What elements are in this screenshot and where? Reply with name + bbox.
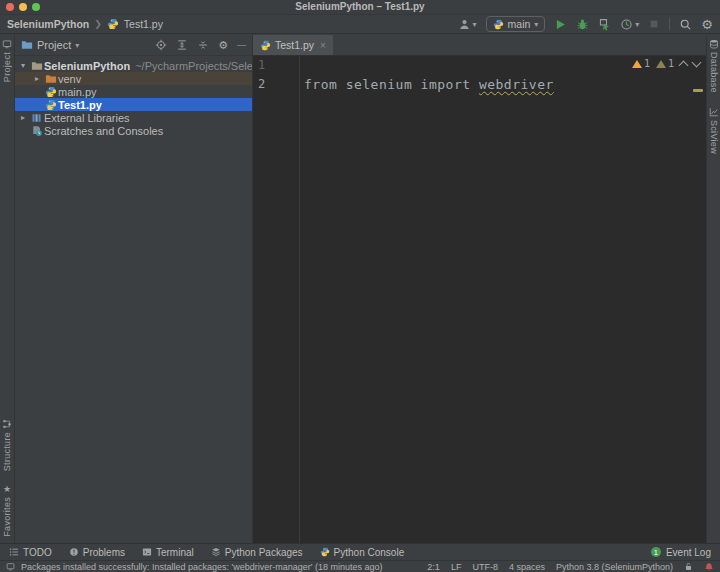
project-view-icon bbox=[21, 39, 33, 51]
editor-tab-bar: Test1.py × bbox=[253, 35, 706, 56]
hide-panel-button[interactable]: — bbox=[237, 40, 246, 50]
project-panel-title-button[interactable]: Project ▾ bbox=[21, 39, 79, 51]
tree-row-scratches[interactable]: Scratches and Consoles bbox=[15, 124, 252, 137]
close-tab-icon[interactable]: × bbox=[320, 40, 326, 51]
breadcrumb: SeleniumPython ❯ Test1.py bbox=[7, 18, 163, 30]
line-ending[interactable]: LF bbox=[451, 562, 462, 572]
settings-gear-button[interactable]: ⚙ bbox=[701, 18, 713, 31]
previous-problem-button[interactable] bbox=[679, 60, 689, 70]
inspections-widget: 1 1 bbox=[632, 58, 700, 69]
line-number: 2 bbox=[253, 75, 295, 94]
project-panel-title: Project bbox=[37, 39, 71, 51]
folder-icon bbox=[45, 73, 57, 85]
chevron-down-icon[interactable]: ▾ bbox=[17, 61, 29, 70]
todo-icon bbox=[9, 547, 19, 557]
tree-row-main-py[interactable]: main.py bbox=[15, 85, 252, 98]
title-bar: SeleniumPython – Test1.py bbox=[0, 0, 720, 15]
python-file-icon bbox=[45, 86, 57, 98]
tool-stripe-database-button[interactable]: Database bbox=[709, 39, 719, 93]
python-icon bbox=[493, 19, 504, 30]
next-problem-button[interactable] bbox=[692, 57, 702, 67]
tab-test1-py[interactable]: Test1.py × bbox=[253, 35, 333, 55]
sciview-icon bbox=[709, 107, 719, 117]
chevron-right-icon[interactable]: ▸ bbox=[17, 113, 29, 122]
search-everywhere-button[interactable] bbox=[679, 18, 692, 31]
event-log-button[interactable]: 1 Event Log bbox=[651, 547, 711, 558]
python-console-button[interactable]: Python Console bbox=[320, 547, 405, 558]
todo-label: TODO bbox=[23, 547, 52, 558]
breadcrumb-project[interactable]: SeleniumPython bbox=[7, 18, 89, 30]
hide-tool-windows-icon[interactable] bbox=[6, 562, 15, 571]
event-log-label: Event Log bbox=[666, 547, 711, 558]
tree-item-label: venv bbox=[58, 73, 81, 85]
profiler-button[interactable]: ▾ bbox=[620, 18, 639, 31]
debug-button[interactable] bbox=[576, 18, 589, 31]
line-number: 1 bbox=[253, 56, 295, 75]
tree-item-label: Test1.py bbox=[58, 99, 102, 111]
star-icon: ★ bbox=[3, 485, 11, 494]
breadcrumb-separator-icon: ❯ bbox=[94, 19, 102, 29]
libraries-icon bbox=[31, 112, 43, 124]
file-encoding[interactable]: UTF-8 bbox=[472, 562, 498, 572]
profiler-icon bbox=[620, 18, 633, 31]
run-button[interactable] bbox=[554, 18, 567, 31]
chevron-right-icon[interactable]: ▸ bbox=[31, 74, 43, 83]
status-message[interactable]: Packages installed successfully: Install… bbox=[21, 562, 383, 572]
status-bar: Packages installed successfully: Install… bbox=[0, 560, 720, 572]
indent-style[interactable]: 4 spaces bbox=[509, 562, 545, 572]
python-console-label: Python Console bbox=[334, 547, 405, 558]
code-line-2[interactable]: 2 from selenium import webdriver bbox=[253, 75, 706, 94]
tree-row-venv[interactable]: ▸ venv bbox=[15, 72, 252, 85]
tool-stripe-project-button[interactable]: Project bbox=[2, 39, 12, 82]
python-file-icon bbox=[260, 40, 271, 51]
error-stripe-mark[interactable] bbox=[693, 89, 703, 92]
terminal-button[interactable]: Terminal bbox=[142, 547, 194, 558]
tool-stripe-favorites-button[interactable]: ★ Favorites bbox=[2, 485, 12, 537]
run-configuration-select[interactable]: main ▾ bbox=[486, 16, 546, 32]
project-panel-actions: ⚙ — bbox=[155, 39, 246, 52]
window-title: SeleniumPython – Test1.py bbox=[0, 1, 720, 12]
tree-row-project-root[interactable]: ▾ SeleniumPython ~/PycharmProjects/Selen… bbox=[15, 59, 252, 72]
content-area: Project Structure ★ Favorites Project ▾ bbox=[0, 35, 720, 543]
chevron-down-icon: ▾ bbox=[473, 20, 477, 29]
collapse-all-button[interactable] bbox=[197, 39, 209, 51]
tree-item-label: main.py bbox=[58, 86, 97, 98]
project-stripe-icon bbox=[2, 39, 12, 49]
expand-all-button[interactable] bbox=[176, 39, 188, 51]
lock-icon[interactable] bbox=[684, 562, 693, 571]
chevron-down-icon: ▾ bbox=[75, 41, 79, 50]
tool-stripe-database-label: Database bbox=[709, 52, 719, 93]
chevron-down-icon: ▾ bbox=[635, 20, 639, 29]
problems-icon bbox=[69, 547, 79, 557]
tree-root-label: SeleniumPython bbox=[44, 60, 130, 72]
interpreter[interactable]: Python 3.8 (SeleniumPython) bbox=[556, 562, 673, 572]
run-with-coverage-button[interactable] bbox=[598, 18, 611, 31]
stop-button[interactable] bbox=[648, 18, 660, 30]
python-file-icon bbox=[107, 18, 119, 30]
tool-stripe-structure-label: Structure bbox=[2, 432, 12, 471]
code-text-warning: webdriver bbox=[479, 77, 554, 92]
tree-row-external-libraries[interactable]: ▸ External Libraries bbox=[15, 111, 252, 124]
warnings-indicator[interactable]: 1 bbox=[632, 58, 650, 69]
select-opened-file-button[interactable] bbox=[155, 39, 167, 51]
python-file-icon bbox=[45, 99, 57, 111]
structure-icon bbox=[2, 419, 12, 429]
pycharm-window: SeleniumPython – Test1.py SeleniumPython… bbox=[0, 0, 720, 572]
weak-warnings-indicator[interactable]: 1 bbox=[656, 58, 674, 69]
breadcrumb-file[interactable]: Test1.py bbox=[124, 18, 163, 30]
tree-row-test1-py[interactable]: Test1.py bbox=[15, 98, 252, 111]
python-packages-label: Python Packages bbox=[225, 547, 303, 558]
code-editor[interactable]: 1 2 from selenium import webdriver 1 1 bbox=[253, 56, 706, 543]
user-menu-button[interactable]: ▾ bbox=[458, 18, 477, 31]
problems-button[interactable]: Problems bbox=[69, 547, 125, 558]
tool-stripe-structure-button[interactable]: Structure bbox=[2, 419, 12, 471]
caret-position[interactable]: 2:1 bbox=[427, 562, 440, 572]
notification-bell-icon[interactable] bbox=[704, 562, 714, 572]
python-packages-button[interactable]: Python Packages bbox=[211, 547, 303, 558]
weak-warning-count: 1 bbox=[668, 58, 674, 69]
panel-options-gear-button[interactable]: ⚙ bbox=[218, 39, 228, 52]
project-tool-window: Project ▾ ⚙ — ▾ SeleniumPython ~/Pycharm… bbox=[15, 35, 253, 543]
project-panel-header: Project ▾ ⚙ — bbox=[15, 35, 252, 56]
tool-stripe-sciview-button[interactable]: SciView bbox=[709, 107, 719, 154]
todo-button[interactable]: TODO bbox=[9, 547, 52, 558]
